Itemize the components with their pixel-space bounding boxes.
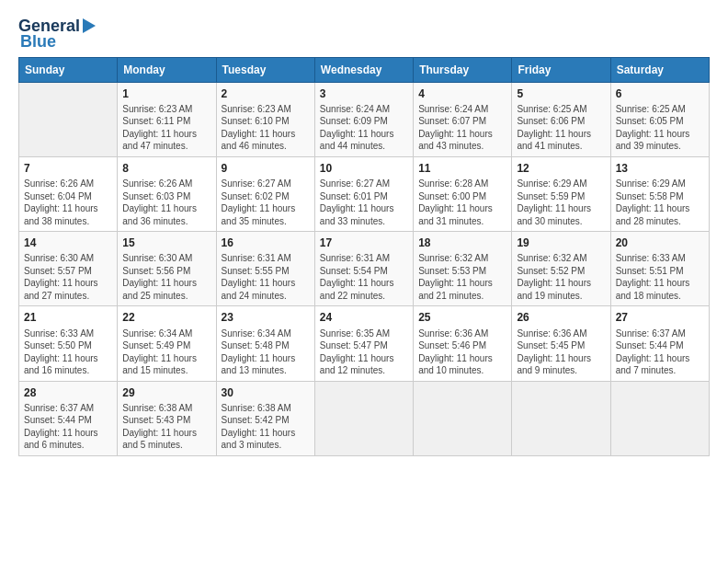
logo-arrow-icon (83, 18, 96, 37)
day-number: 7 (24, 161, 112, 176)
day-info: Sunrise: 6:38 AM Sunset: 5:42 PM Dayligh… (222, 402, 310, 452)
col-header-saturday: Saturday (610, 57, 709, 82)
day-number: 1 (122, 86, 210, 101)
day-info: Sunrise: 6:27 AM Sunset: 6:01 PM Dayligh… (320, 178, 408, 227)
day-number: 21 (24, 310, 112, 325)
calendar-cell: 15Sunrise: 6:30 AM Sunset: 5:56 PM Dayli… (118, 232, 216, 306)
day-number: 8 (122, 161, 210, 176)
calendar-week-row: 28Sunrise: 6:37 AM Sunset: 5:44 PM Dayli… (19, 381, 710, 455)
calendar-cell: 1Sunrise: 6:23 AM Sunset: 6:11 PM Daylig… (118, 82, 216, 156)
calendar-cell (314, 381, 413, 455)
calendar-cell: 13Sunrise: 6:29 AM Sunset: 5:58 PM Dayli… (610, 156, 709, 231)
calendar-cell: 21Sunrise: 6:33 AM Sunset: 5:50 PM Dayli… (19, 306, 118, 381)
svg-marker-0 (83, 18, 96, 33)
day-info: Sunrise: 6:32 AM Sunset: 5:53 PM Dayligh… (418, 252, 506, 302)
calendar-cell (610, 381, 709, 455)
calendar-cell: 10Sunrise: 6:27 AM Sunset: 6:01 PM Dayli… (314, 156, 413, 231)
day-info: Sunrise: 6:29 AM Sunset: 5:58 PM Dayligh… (616, 178, 704, 227)
calendar-cell: 17Sunrise: 6:31 AM Sunset: 5:54 PM Dayli… (314, 232, 413, 306)
col-header-sunday: Sunday (19, 57, 118, 82)
calendar-cell: 26Sunrise: 6:36 AM Sunset: 5:45 PM Dayli… (512, 306, 610, 381)
calendar-week-row: 21Sunrise: 6:33 AM Sunset: 5:50 PM Dayli… (19, 306, 710, 381)
day-number: 3 (320, 86, 408, 101)
calendar-cell: 11Sunrise: 6:28 AM Sunset: 6:00 PM Dayli… (414, 156, 512, 231)
day-info: Sunrise: 6:26 AM Sunset: 6:04 PM Dayligh… (24, 178, 112, 227)
day-info: Sunrise: 6:38 AM Sunset: 5:43 PM Dayligh… (122, 402, 210, 452)
calendar-cell: 9Sunrise: 6:27 AM Sunset: 6:02 PM Daylig… (216, 156, 314, 231)
calendar-cell: 8Sunrise: 6:26 AM Sunset: 6:03 PM Daylig… (118, 156, 216, 231)
day-number: 18 (418, 236, 506, 250)
day-info: Sunrise: 6:26 AM Sunset: 6:03 PM Dayligh… (122, 178, 210, 227)
day-info: Sunrise: 6:31 AM Sunset: 5:54 PM Dayligh… (320, 252, 408, 302)
day-number: 15 (122, 236, 210, 250)
day-number: 11 (418, 161, 506, 176)
calendar-cell: 29Sunrise: 6:38 AM Sunset: 5:43 PM Dayli… (118, 381, 216, 455)
calendar-table: SundayMondayTuesdayWednesdayThursdayFrid… (18, 57, 710, 456)
day-number: 28 (24, 385, 112, 400)
day-number: 29 (122, 385, 210, 400)
calendar-cell: 27Sunrise: 6:37 AM Sunset: 5:44 PM Dayli… (610, 306, 709, 381)
day-info: Sunrise: 6:23 AM Sunset: 6:11 PM Dayligh… (122, 103, 210, 153)
calendar-cell (414, 381, 512, 455)
calendar-cell: 14Sunrise: 6:30 AM Sunset: 5:57 PM Dayli… (19, 232, 118, 306)
day-info: Sunrise: 6:34 AM Sunset: 5:49 PM Dayligh… (122, 327, 210, 377)
col-header-wednesday: Wednesday (314, 57, 413, 82)
day-number: 2 (222, 86, 310, 101)
calendar-cell: 30Sunrise: 6:38 AM Sunset: 5:42 PM Dayli… (216, 381, 314, 455)
calendar-cell: 2Sunrise: 6:23 AM Sunset: 6:10 PM Daylig… (216, 82, 314, 156)
calendar-week-row: 14Sunrise: 6:30 AM Sunset: 5:57 PM Dayli… (19, 232, 710, 306)
calendar-week-row: 1Sunrise: 6:23 AM Sunset: 6:11 PM Daylig… (19, 82, 710, 156)
day-info: Sunrise: 6:23 AM Sunset: 6:10 PM Dayligh… (222, 103, 310, 153)
calendar-cell: 24Sunrise: 6:35 AM Sunset: 5:47 PM Dayli… (314, 306, 413, 381)
day-info: Sunrise: 6:25 AM Sunset: 6:06 PM Dayligh… (517, 103, 605, 153)
day-info: Sunrise: 6:33 AM Sunset: 5:51 PM Dayligh… (616, 252, 704, 302)
calendar-week-row: 7Sunrise: 6:26 AM Sunset: 6:04 PM Daylig… (19, 156, 710, 231)
col-header-friday: Friday (512, 57, 610, 82)
day-number: 19 (517, 236, 605, 250)
calendar-cell: 28Sunrise: 6:37 AM Sunset: 5:44 PM Dayli… (19, 381, 118, 455)
calendar-cell (512, 381, 610, 455)
calendar-cell: 25Sunrise: 6:36 AM Sunset: 5:46 PM Dayli… (414, 306, 512, 381)
col-header-monday: Monday (118, 57, 216, 82)
calendar-cell (19, 82, 118, 156)
day-number: 5 (517, 86, 605, 101)
day-number: 16 (222, 236, 310, 250)
day-number: 13 (616, 161, 704, 176)
calendar-cell: 22Sunrise: 6:34 AM Sunset: 5:49 PM Dayli… (118, 306, 216, 381)
day-info: Sunrise: 6:31 AM Sunset: 5:55 PM Dayligh… (222, 252, 310, 302)
day-info: Sunrise: 6:34 AM Sunset: 5:48 PM Dayligh… (222, 327, 310, 377)
page-header: General Blue (18, 17, 710, 52)
day-number: 17 (320, 236, 408, 250)
day-info: Sunrise: 6:32 AM Sunset: 5:52 PM Dayligh… (517, 252, 605, 302)
day-number: 9 (222, 161, 310, 176)
logo: General Blue (18, 17, 96, 52)
day-info: Sunrise: 6:27 AM Sunset: 6:02 PM Dayligh… (222, 178, 310, 227)
calendar-cell: 7Sunrise: 6:26 AM Sunset: 6:04 PM Daylig… (19, 156, 118, 231)
day-info: Sunrise: 6:37 AM Sunset: 5:44 PM Dayligh… (24, 402, 112, 452)
calendar-cell: 16Sunrise: 6:31 AM Sunset: 5:55 PM Dayli… (216, 232, 314, 306)
calendar-cell: 12Sunrise: 6:29 AM Sunset: 5:59 PM Dayli… (512, 156, 610, 231)
day-info: Sunrise: 6:36 AM Sunset: 5:46 PM Dayligh… (418, 327, 506, 377)
day-info: Sunrise: 6:29 AM Sunset: 5:59 PM Dayligh… (517, 178, 605, 227)
calendar-cell: 20Sunrise: 6:33 AM Sunset: 5:51 PM Dayli… (610, 232, 709, 306)
day-number: 20 (616, 236, 704, 250)
day-info: Sunrise: 6:30 AM Sunset: 5:56 PM Dayligh… (122, 252, 210, 302)
calendar-cell: 5Sunrise: 6:25 AM Sunset: 6:06 PM Daylig… (512, 82, 610, 156)
day-info: Sunrise: 6:37 AM Sunset: 5:44 PM Dayligh… (616, 327, 704, 377)
day-info: Sunrise: 6:24 AM Sunset: 6:09 PM Dayligh… (320, 103, 408, 153)
day-number: 25 (418, 310, 506, 325)
day-number: 27 (616, 310, 704, 325)
calendar-cell: 23Sunrise: 6:34 AM Sunset: 5:48 PM Dayli… (216, 306, 314, 381)
col-header-thursday: Thursday (414, 57, 512, 82)
calendar-cell: 18Sunrise: 6:32 AM Sunset: 5:53 PM Dayli… (414, 232, 512, 306)
day-info: Sunrise: 6:28 AM Sunset: 6:00 PM Dayligh… (418, 178, 506, 227)
day-number: 4 (418, 86, 506, 101)
day-number: 22 (122, 310, 210, 325)
day-number: 12 (517, 161, 605, 176)
logo-blue-text: Blue (20, 32, 56, 51)
col-header-tuesday: Tuesday (216, 57, 314, 82)
day-info: Sunrise: 6:35 AM Sunset: 5:47 PM Dayligh… (320, 327, 408, 377)
day-number: 26 (517, 310, 605, 325)
day-number: 14 (24, 236, 112, 250)
day-info: Sunrise: 6:24 AM Sunset: 6:07 PM Dayligh… (418, 103, 506, 153)
